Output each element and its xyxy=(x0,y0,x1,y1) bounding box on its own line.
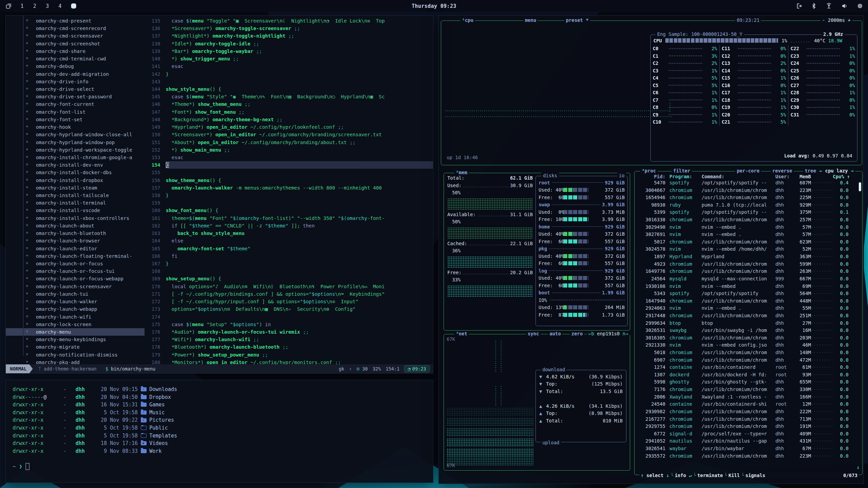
process-row[interactable]: 1307dockerd/usr/bin/dockerd -H fd:root93… xyxy=(635,371,862,379)
process-row[interactable]: 5399spotify/opt/spotify/spotify --dhh375… xyxy=(635,209,862,216)
file-tree-item[interactable]: *omarchy-cmd-screensaver xyxy=(6,32,145,40)
shell-prompt[interactable]: ~ ❯ xyxy=(13,463,433,470)
file-tree-item[interactable]: *omarchy-install-steam xyxy=(6,184,145,192)
file-tree-item[interactable]: *omarchy-cmd-screenrecord xyxy=(6,25,145,32)
directory-name[interactable]: Downloads xyxy=(149,386,177,393)
process-row[interactable]: 2917448chromium/usr/lib/chromium/chromdh… xyxy=(635,312,862,320)
directory-name[interactable]: Dropbox xyxy=(149,393,171,401)
menu-button[interactable]: menu xyxy=(523,17,538,23)
io-tab[interactable]: io xyxy=(617,173,626,178)
terminate-button[interactable]: terminate xyxy=(697,473,723,478)
scroll-down-icon[interactable]: ↓ xyxy=(857,464,859,470)
file-tree-item[interactable]: *omarchy-launch-wifi xyxy=(6,313,145,321)
file-tree-item[interactable]: *omarchy-debug xyxy=(6,62,145,70)
per-core-button[interactable]: per-core xyxy=(735,168,761,173)
process-row[interactable]: 5998ghostty/usr/bin/ghostty --gtk-dhh655… xyxy=(635,378,862,386)
process-row[interactable]: 1930108nvimnvim --embeddhh69M·········0.… xyxy=(635,283,862,290)
file-tree-item[interactable]: *omarchy-cmd-present xyxy=(6,17,145,25)
directory-name[interactable]: Music xyxy=(149,409,165,417)
process-row[interactable]: 2929755chromium/usr/lib/chromium/chromdh… xyxy=(635,423,862,430)
file-tree-item[interactable]: *omarchy-hyprland-window-close-all xyxy=(6,131,145,138)
file-tree-item[interactable]: *omarchy-hook xyxy=(6,123,145,131)
sort-selector[interactable]: ← cpu lazy → xyxy=(818,168,855,173)
process-row[interactable]: 24564mysqldmysqld --max-connection999667… xyxy=(635,275,862,283)
auto-button[interactable]: auto xyxy=(548,331,562,336)
proc-scrollbar[interactable] xyxy=(859,182,861,191)
file-tree-item[interactable]: *omarchy-drive-info xyxy=(6,78,145,85)
file-tree-item[interactable]: *omarchy-drive-set-password xyxy=(6,93,145,100)
directory-name[interactable]: Videos xyxy=(149,440,168,447)
process-row[interactable]: 7176chromium/usr/lib/chromium/chromdhh33… xyxy=(635,386,862,393)
file-tree-item[interactable]: *omarchy-hyprland-workspace-toggle xyxy=(6,146,145,154)
file-tree-item[interactable]: *omarchy-font-set xyxy=(6,116,145,123)
file-tree-item[interactable]: *omarchy-install-vscode xyxy=(6,207,145,214)
process-row[interactable]: 5470spotify/opt/spotify/spotify --dhh607… xyxy=(635,179,862,187)
file-tree-item[interactable]: *omarchy-cmd-share xyxy=(6,47,145,55)
file-tree-item[interactable]: *omarchy-menu-keybindings xyxy=(6,336,145,343)
bluetooth-icon[interactable] xyxy=(811,3,816,9)
signals-button[interactable]: signals xyxy=(745,473,765,478)
process-row[interactable]: 5017chromium/usr/lib/chromium/chromdhh62… xyxy=(635,238,862,246)
file-tree-item[interactable]: *omarchy-launch-or-focus-webapp xyxy=(6,275,145,282)
directory-name[interactable]: Games xyxy=(149,401,165,409)
chip-icon[interactable] xyxy=(857,3,863,9)
file-tree-item[interactable]: *omarchy-install-dropbox xyxy=(6,177,145,184)
process-row[interactable]: 3026541waybar/usr/bin/waybardhh67M······… xyxy=(635,445,862,452)
process-row[interactable]: 24540containe/usr/bin/containerd-shiroot… xyxy=(635,401,862,408)
process-row[interactable]: 2999634btopbtopdhh27M·········0.0 xyxy=(635,320,862,327)
file-tree-item[interactable]: *omarchy-drive-select xyxy=(6,85,145,93)
file-tree-item[interactable]: *omarchy-launch-floating-terminal- xyxy=(6,252,145,260)
process-row[interactable]: 2924063nvimnvim --embed .dhh55M·········… xyxy=(635,305,862,312)
file-tree-item[interactable]: *omarchy-install-dev-env xyxy=(6,161,145,169)
file-tree-item[interactable]: *omarchy-dev-add-migration xyxy=(6,70,145,78)
process-row[interactable]: 1647940chromium/usr/lib/chromium/chromdh… xyxy=(635,297,862,305)
file-tree-item[interactable]: *omarchy-cmd-screenshot xyxy=(6,40,145,47)
file-tree-item[interactable]: *omarchy-migrate xyxy=(6,343,145,351)
file-tree-item[interactable]: *omarchy-launch-tui xyxy=(6,290,145,298)
directory-name[interactable]: Work xyxy=(149,447,162,455)
process-row[interactable]: 5018chromium/usr/lib/chromium/chromdhh14… xyxy=(635,349,862,357)
file-tree-item[interactable]: *omarchy-notification-dismiss xyxy=(6,351,145,359)
process-row[interactable]: 6907chromium/usr/lib/chromium/chromdhh47… xyxy=(635,357,862,364)
interval-control[interactable]: - 2000ms + xyxy=(820,17,852,23)
file-tree-item[interactable]: *omarchy-cmd-terminal-cwd xyxy=(6,55,145,62)
process-row[interactable]: 3004667chromium/usr/lib/chromium/chromdh… xyxy=(635,187,862,194)
process-row[interactable]: 2006XwaylandXwayland :1 -rootless -dhh16… xyxy=(635,393,862,401)
file-tree-item[interactable]: *omarchy-lock-screen xyxy=(6,321,145,328)
process-row[interactable]: 3016338chromium/usr/lib/chromium/chromdh… xyxy=(635,216,862,224)
sync-button[interactable]: sync xyxy=(526,331,541,336)
network-icon[interactable] xyxy=(825,3,832,9)
process-row[interactable]: 1897HyprlandHyprlanddhh363M·········0.0 xyxy=(635,253,862,261)
tree-button[interactable]: tree xyxy=(803,168,818,173)
interface-switcher[interactable]: ←b enp191s0 n→ xyxy=(587,331,630,336)
file-tree-item[interactable]: *omarchy-launch-browser xyxy=(6,237,145,245)
filter-button[interactable]: filter xyxy=(672,168,692,173)
file-tree-item[interactable]: *omarchy-font-list xyxy=(6,108,145,116)
file-tree-item[interactable]: *omarchy-menu xyxy=(6,328,145,336)
process-row[interactable]: 3024578nvimnvim --embed /home/dhh/dhh52M… xyxy=(635,246,862,253)
directory-name[interactable]: Pictures xyxy=(149,416,174,424)
file-tree-item[interactable]: *omarchy-launch-or-focus-tui xyxy=(6,267,145,275)
process-row[interactable]: 3016305chromium/usr/lib/chromium/chromdh… xyxy=(635,334,862,342)
process-row[interactable]: 6772signal-d/proc/self/exe --type=rdhh40… xyxy=(635,430,862,438)
file-tree-item[interactable]: *omarchy-launch-editor xyxy=(6,245,145,252)
select-control[interactable]: ↑ select ↓ xyxy=(641,473,669,478)
directory-name[interactable]: Templates xyxy=(149,432,177,440)
logout-icon[interactable] xyxy=(796,3,802,9)
process-row[interactable]: 3029490nvimnvim --embed .dhh57M·········… xyxy=(635,224,862,231)
file-tree-item[interactable]: *omarchy-install-terminal xyxy=(6,199,145,207)
preset-button[interactable]: preset * xyxy=(564,17,590,23)
file-tree-item[interactable]: *omarchy-install-xbox-controllers xyxy=(6,214,145,222)
volume-icon[interactable] xyxy=(841,3,848,9)
file-tree-item[interactable]: *omarchy-launch-about xyxy=(6,222,145,229)
process-row[interactable]: 2921330nvimnvim --embed config.jsodhh46M… xyxy=(635,341,862,349)
file-tree-item[interactable]: *omarchy-install-chromium-google-a xyxy=(6,154,145,161)
file-tree-item[interactable]: *omarchy-pkg-add xyxy=(6,359,145,364)
process-row[interactable]: 2167277chromium/usr/lib/chromium/chromdh… xyxy=(635,416,862,423)
process-row[interactable]: 3027691nvimnvim --embed .dhh57M·········… xyxy=(635,231,862,238)
process-row[interactable]: 3026531swaybg/usr/bin/swaybg -i /homdhh1… xyxy=(635,327,862,334)
file-tree-item[interactable]: *omarchy-launch-walker xyxy=(6,298,145,305)
directory-name[interactable]: Public xyxy=(149,424,168,432)
process-row[interactable]: 98930rubypuma 7.1.0 (tcp://localdhh929M·… xyxy=(635,201,862,209)
file-tree-item[interactable]: *omarchy-launch-webapp xyxy=(6,305,145,313)
